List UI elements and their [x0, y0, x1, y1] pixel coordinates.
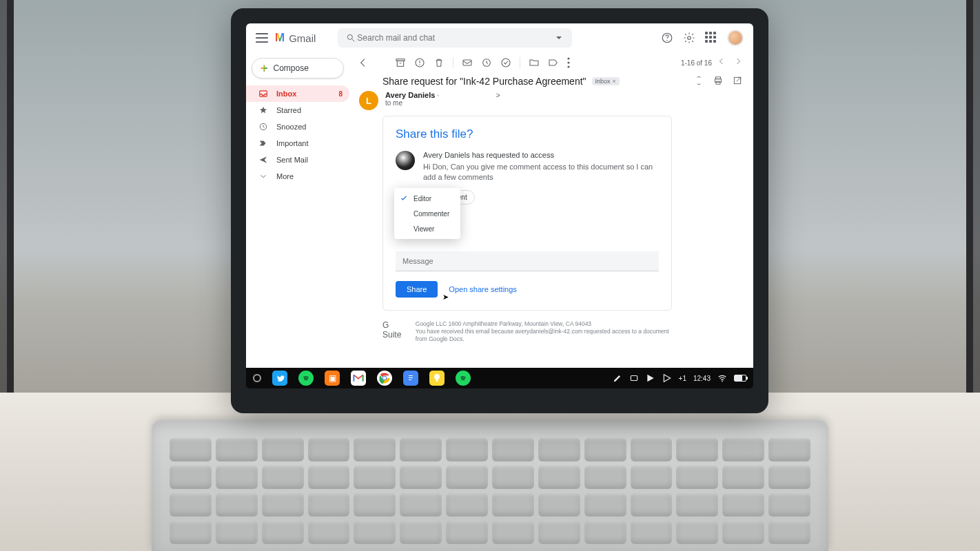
sidebar-item-starred[interactable]: Starred: [246, 102, 349, 118]
svg-rect-20: [716, 81, 720, 84]
svg-point-11: [419, 64, 420, 65]
more-icon[interactable]: [567, 57, 578, 68]
spam-icon[interactable]: [414, 57, 425, 68]
play-store-icon[interactable]: [646, 373, 655, 383]
svg-line-1: [352, 39, 355, 42]
mark-unread-icon[interactable]: [462, 57, 473, 68]
compose-button[interactable]: + Compose: [252, 58, 344, 79]
sender-name: Avery Daniels: [385, 91, 435, 99]
dropdown-option-editor[interactable]: Editor: [394, 191, 460, 206]
gear-icon[interactable]: [683, 32, 695, 44]
separator: [520, 57, 520, 68]
prev-page-icon[interactable]: [717, 57, 728, 68]
tray-plus-count: +1: [679, 375, 686, 382]
launcher-icon[interactable]: [253, 374, 261, 382]
move-to-icon[interactable]: [529, 57, 540, 68]
svg-rect-26: [409, 375, 413, 376]
laptop-keyboard: [152, 420, 828, 551]
svg-rect-8: [397, 61, 403, 66]
star-icon: [258, 105, 268, 115]
search-bar[interactable]: [338, 28, 572, 48]
spotify-app-icon[interactable]: [298, 371, 314, 386]
svg-point-14: [502, 59, 510, 67]
access-level-dropdown[interactable]: Editor Commenter Viewer ➤: [394, 188, 460, 239]
wifi-icon[interactable]: [717, 373, 727, 383]
pen-icon[interactable]: [613, 373, 622, 383]
share-button[interactable]: Share: [396, 281, 438, 298]
next-page-icon[interactable]: [734, 57, 745, 68]
sidebar: + Compose Inbox 8 Starred Snoozed: [246, 52, 349, 368]
chevron-down-icon: [258, 171, 268, 181]
hamburger-icon[interactable]: [256, 33, 268, 43]
inbox-badge: 8: [338, 90, 343, 98]
print-icon[interactable]: [713, 76, 724, 87]
battery-icon[interactable]: [734, 375, 746, 382]
expand-icon[interactable]: [694, 76, 705, 87]
svg-point-16: [567, 61, 569, 63]
label-chip[interactable]: Inbox×: [592, 77, 620, 85]
share-card: Share this file? Avery Daniels has reque…: [382, 116, 672, 311]
gsuite-logo: G Suite: [382, 320, 406, 340]
sidebar-item-label: Sent Mail: [276, 156, 308, 164]
chrome-app-icon[interactable]: [377, 371, 392, 386]
svg-point-3: [666, 40, 668, 41]
request-message: Hi Don, Can you give me comment access t…: [423, 162, 659, 183]
svg-point-24: [383, 377, 387, 380]
dropdown-option-commenter[interactable]: Commenter: [394, 206, 460, 221]
search-input[interactable]: [357, 33, 553, 43]
open-new-icon[interactable]: [733, 76, 744, 87]
app-icon-orange[interactable]: ▣: [325, 371, 340, 386]
tray-icon-2[interactable]: [662, 373, 672, 383]
inbox-icon: [258, 89, 268, 98]
label-icon[interactable]: [548, 57, 559, 68]
profile-avatar[interactable]: [727, 30, 744, 46]
svg-rect-31: [631, 376, 637, 381]
footer-reason: You have received this email because ave…: [416, 328, 672, 343]
sidebar-item-snoozed[interactable]: Snoozed: [246, 118, 349, 135]
gmail-header: M Gmail: [246, 23, 753, 52]
spotify-app-icon-2[interactable]: [456, 371, 471, 386]
add-task-icon[interactable]: [500, 57, 511, 68]
svg-rect-12: [463, 60, 471, 65]
subject-row: Share request for "Ink-42 Purchase Agree…: [349, 73, 753, 91]
svg-point-32: [722, 381, 723, 382]
svg-rect-27: [409, 377, 413, 378]
svg-point-17: [567, 65, 569, 67]
snooze-icon[interactable]: [481, 57, 492, 68]
sender-row: L Avery Daniels · > to me: [349, 91, 753, 116]
share-message-input[interactable]: [396, 251, 659, 271]
sidebar-item-label: More: [276, 172, 294, 180]
sidebar-item-inbox[interactable]: Inbox 8: [246, 85, 349, 102]
pagination-count: 1-16 of 16: [681, 59, 712, 67]
gmail-logo[interactable]: M Gmail: [275, 31, 316, 45]
archive-icon[interactable]: [395, 57, 406, 68]
search-dropdown-icon[interactable]: [553, 32, 565, 44]
sidebar-item-important[interactable]: Important: [246, 135, 349, 152]
back-icon[interactable]: [358, 57, 369, 68]
dropdown-option-viewer[interactable]: Viewer: [394, 221, 460, 236]
gmail-app-icon[interactable]: [351, 371, 366, 386]
laptop-screen: M Gmail: [246, 23, 753, 388]
open-share-settings-link[interactable]: Open share settings: [449, 285, 516, 293]
sidebar-item-more[interactable]: More: [246, 168, 349, 185]
sidebar-item-label: Important: [276, 139, 308, 147]
tray-icon-1[interactable]: [629, 373, 639, 383]
delete-icon[interactable]: [433, 57, 445, 68]
chip-close-icon: ×: [613, 78, 616, 85]
help-icon[interactable]: [661, 32, 673, 44]
compose-label: Compose: [274, 63, 309, 73]
laptop-frame: M Gmail: [231, 8, 768, 413]
apps-grid-icon[interactable]: [705, 32, 717, 44]
mail-toolbar: 1-16 of 16: [349, 52, 753, 73]
svg-point-29: [434, 374, 440, 380]
footer-address: Google LLC 1600 Amphitheatre Parkway, Mo…: [416, 320, 672, 328]
docs-app-icon[interactable]: [403, 371, 418, 386]
sidebar-item-sent[interactable]: Sent Mail: [246, 152, 349, 168]
keep-app-icon[interactable]: [429, 371, 445, 386]
sidebar-item-label: Inbox: [276, 90, 296, 98]
system-tray[interactable]: +1 12:43: [613, 373, 746, 383]
check-icon: [400, 194, 408, 202]
svg-rect-30: [436, 380, 438, 382]
sender-to: to me: [385, 99, 500, 107]
twitter-app-icon[interactable]: [272, 371, 287, 386]
